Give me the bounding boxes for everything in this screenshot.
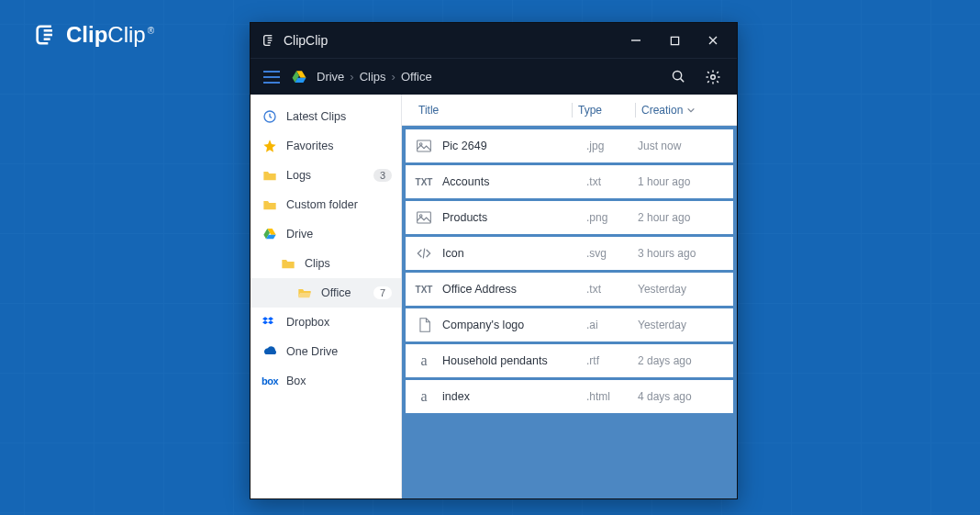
app-title: ClipClip xyxy=(284,33,328,48)
folder-icon xyxy=(262,196,278,213)
file-date: Yesterday xyxy=(638,283,726,296)
gear-icon[interactable] xyxy=(700,64,726,90)
sidebar-item-drive[interactable]: Drive xyxy=(251,219,401,249)
file-date: 2 days ago xyxy=(638,354,726,367)
file-title: Company's logo xyxy=(435,319,586,331)
file-title: Pic 2649 xyxy=(435,140,586,152)
logo-reg-mark: ® xyxy=(148,26,154,36)
breadcrumb-1[interactable]: Clips xyxy=(360,70,386,84)
sidebar-item-label: Favorites xyxy=(286,140,333,152)
sidebar-item-label: Logs xyxy=(286,169,311,182)
search-icon[interactable] xyxy=(665,64,691,90)
breadcrumb-0[interactable]: Drive xyxy=(317,70,344,84)
app-icon xyxy=(262,33,276,48)
clock-icon xyxy=(262,108,278,125)
chevron-down-icon xyxy=(686,106,696,115)
serif-a-icon: a xyxy=(413,353,435,369)
minimize-button[interactable] xyxy=(618,27,654,54)
file-title: Products xyxy=(435,211,586,224)
file-type: .jpg xyxy=(586,140,638,152)
sidebar-item-office[interactable]: Office 7 xyxy=(251,278,401,308)
file-date: 4 days ago xyxy=(638,390,726,403)
file-title: index xyxy=(435,390,586,403)
folder-icon xyxy=(262,167,278,184)
svg-rect-0 xyxy=(671,37,678,44)
page-logo: ClipClip® xyxy=(33,22,154,48)
main-panel: Title Type Creation Pic 2649 .jpg Just n… xyxy=(401,95,737,498)
sidebar-item-label: Custom folder xyxy=(286,198,358,211)
sidebar-item-label: Box xyxy=(286,375,306,387)
col-type[interactable]: Type xyxy=(578,104,629,117)
code-icon xyxy=(413,247,435,260)
box-icon: box xyxy=(262,373,278,389)
file-title: Accounts xyxy=(435,175,586,188)
drive-breadcrumb-icon xyxy=(291,69,307,85)
file-date: Just now xyxy=(638,140,726,152)
sidebar-item-onedrive[interactable]: One Drive xyxy=(251,337,401,366)
maximize-button[interactable] xyxy=(656,27,693,54)
chevron-right-icon: › xyxy=(392,70,395,84)
serif-a-icon: a xyxy=(413,388,435,405)
txt-icon: TXT xyxy=(413,285,435,295)
file-type: .html xyxy=(586,390,638,403)
chevron-right-icon: › xyxy=(350,70,353,84)
sidebar-item-dropbox[interactable]: Dropbox xyxy=(251,308,401,337)
file-date: 3 hours ago xyxy=(638,247,726,260)
list-header: Title Type Creation xyxy=(402,95,737,126)
titlebar[interactable]: ClipClip xyxy=(251,23,737,58)
list-item[interactable]: a Household pendants .rtf 2 days ago xyxy=(406,344,733,377)
sidebar-item-label: Clips xyxy=(305,257,330,270)
file-type: .svg xyxy=(586,247,638,260)
folder-open-icon xyxy=(296,285,313,301)
file-type: .txt xyxy=(586,175,638,188)
svg-rect-4 xyxy=(418,140,431,151)
toolbar: Drive › Clips › Office xyxy=(251,58,737,95)
file-type: .ai xyxy=(586,319,638,331)
list-item[interactable]: TXT Office Address .txt Yesterday xyxy=(406,273,733,306)
sidebar-item-custom-folder[interactable]: Custom folder xyxy=(251,190,401,219)
sidebar: Latest Clips Favorites Logs 3 Custom fol… xyxy=(251,95,401,498)
file-type: .txt xyxy=(586,283,638,296)
list-item[interactable]: a index .html 4 days ago xyxy=(406,380,733,413)
menu-icon[interactable] xyxy=(262,67,282,87)
file-date: 2 hour ago xyxy=(638,211,726,224)
file-title: Office Address xyxy=(435,283,586,296)
image-icon xyxy=(413,140,435,152)
list-item[interactable]: Products .png 2 hour ago xyxy=(406,201,733,234)
sidebar-item-label: One Drive xyxy=(286,345,338,358)
sidebar-item-latest-clips[interactable]: Latest Clips xyxy=(251,102,401,131)
breadcrumb-2[interactable]: Office xyxy=(401,70,432,84)
close-button[interactable] xyxy=(695,27,731,54)
folder-icon xyxy=(280,255,296,272)
sidebar-item-box[interactable]: box Box xyxy=(251,366,401,396)
sidebar-item-label: Latest Clips xyxy=(286,110,346,123)
logo-text-bold: Clip xyxy=(66,22,107,47)
file-title: Icon xyxy=(435,247,586,260)
list-item[interactable]: Icon .svg 3 hours ago xyxy=(406,237,733,270)
star-icon xyxy=(262,138,278,154)
logo-text-light: Clip xyxy=(107,22,145,47)
image-icon xyxy=(413,211,435,224)
file-title: Household pendants xyxy=(435,354,586,367)
sidebar-item-label: Office xyxy=(321,286,351,299)
sidebar-item-favorites[interactable]: Favorites xyxy=(251,131,401,161)
sidebar-item-logs[interactable]: Logs 3 xyxy=(251,161,401,190)
file-icon xyxy=(413,318,435,332)
col-title[interactable]: Title xyxy=(409,104,566,117)
file-list: Pic 2649 .jpg Just now TXT Accounts .txt… xyxy=(402,126,737,498)
count-badge: 3 xyxy=(373,169,392,182)
google-drive-icon xyxy=(262,226,278,242)
sidebar-item-clips[interactable]: Clips xyxy=(251,249,401,278)
file-date: 1 hour ago xyxy=(638,175,726,188)
onedrive-icon xyxy=(262,343,278,360)
list-item[interactable]: Pic 2649 .jpg Just now xyxy=(406,129,733,162)
list-item[interactable]: TXT Accounts .txt 1 hour ago xyxy=(406,165,733,198)
svg-rect-6 xyxy=(418,212,431,223)
list-item[interactable]: Company's logo .ai Yesterday xyxy=(406,308,733,341)
svg-point-1 xyxy=(673,71,681,79)
txt-icon: TXT xyxy=(413,177,435,187)
file-date: Yesterday xyxy=(638,319,726,331)
file-type: .png xyxy=(586,211,638,224)
col-creation[interactable]: Creation xyxy=(641,104,729,117)
file-type: .rtf xyxy=(586,354,638,367)
